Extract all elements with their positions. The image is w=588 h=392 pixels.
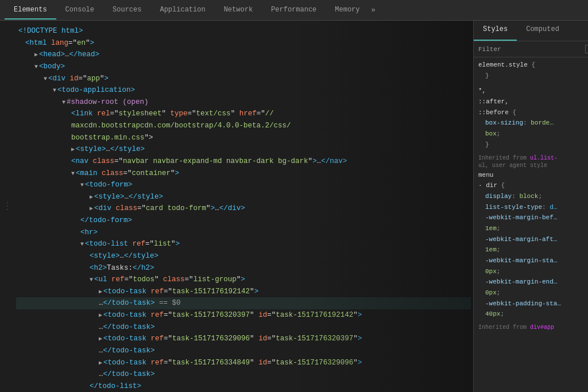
- line-todo-list: ▼<todo-list ref="list">: [16, 238, 471, 250]
- filter-label: Filter: [478, 46, 501, 53]
- line-task2: ▶<todo-task ref="task-1517176320397" id=…: [16, 309, 471, 321]
- tab-sources[interactable]: Sources: [103, 1, 150, 20]
- tab-network[interactable]: Network: [215, 1, 262, 20]
- line-nav: <nav class="navbar navbar-expand-md navb…: [16, 156, 471, 168]
- line-task1-close: …</todo-task> == $0: [16, 297, 471, 309]
- line-task3-close: …</todo-task>: [16, 345, 471, 357]
- line-html: <html lang="en">: [16, 37, 471, 49]
- line-div-card: ▶<div class="card todo-form">…</div>: [16, 203, 471, 215]
- style-1em-2: 1em;: [478, 244, 583, 255]
- style-selector-dir: · dir {: [478, 180, 583, 191]
- line-style2: ▶<style>…</style>: [16, 191, 471, 203]
- line-style1: ▶<style>…</style>: [16, 143, 471, 156]
- tab-memory[interactable]: Memory: [326, 1, 369, 20]
- line-todo-form: ▼<todo-form>: [16, 179, 471, 191]
- line-shadow-root: ▼#shadow-root (open): [16, 96, 471, 108]
- inherited-label-ul: Inherited from ul.list-: [478, 155, 583, 161]
- filter-bar: Filter :hov .cls: [474, 41, 588, 57]
- line-link3: bootstrap.min.css">: [16, 132, 471, 144]
- style-40px: 40px;: [478, 309, 583, 320]
- styles-content: element.style { } *, ::after, ::before {…: [474, 57, 588, 392]
- hov-button[interactable]: :hov: [585, 45, 588, 53]
- line-task4: ▶<todo-task ref="task-1517176334849" id=…: [16, 357, 471, 369]
- line-task3: ▶<todo-task ref="task-1517176329096" id=…: [16, 333, 471, 345]
- side-dots: ···: [4, 201, 10, 211]
- html-panel[interactable]: <!DOCTYPE html> <html lang="en"> ▶<head>…: [14, 21, 473, 392]
- style-star-close: }: [478, 139, 583, 150]
- line-h2: <h2>Tasks:</h2>: [16, 262, 471, 274]
- line-style3: <style>…</style>: [16, 250, 471, 262]
- style-webkit-margin-aft: -webkit-margin-aft…: [478, 234, 583, 245]
- line-head: ▶<head>…</head>: [16, 49, 471, 61]
- style-brace-close: }: [478, 71, 583, 81]
- style-block-element: element.style { }: [478, 60, 583, 81]
- line-ul: ▼<ul ref="todos" class="list-group">: [16, 274, 471, 286]
- line-todo-form-close: </todo-form>: [16, 215, 471, 227]
- line-todo-list-close: </todo-list>: [16, 381, 471, 392]
- style-display: display: block;: [478, 191, 583, 202]
- line-hr: <hr>: [16, 227, 471, 239]
- style-0px-2: 0px;: [478, 288, 583, 298]
- style-block-star: *, ::after, ::before { box-sizing: borde…: [478, 86, 583, 150]
- style-0px-1: 0px;: [478, 266, 583, 277]
- line-main: ▼<main class="container">: [16, 168, 471, 180]
- tab-console[interactable]: Console: [56, 1, 103, 20]
- line-todo-app: ▼<todo-application>: [16, 84, 471, 96]
- line-task4-close: …</todo-task>: [16, 368, 471, 381]
- main-content: ··· <!DOCTYPE html> <html lang="en"> ▶<h…: [0, 21, 588, 392]
- style-1em-1: 1em;: [478, 223, 583, 234]
- style-selector-menu: menu: [478, 170, 583, 181]
- styles-tabs: Styles Computed: [474, 21, 588, 41]
- tab-elements[interactable]: Elements: [5, 1, 56, 20]
- style-webkit-margin-bef: -webkit-margin-bef…: [478, 212, 583, 223]
- line-task1: ▶<todo-task ref="task-1517176192142">: [16, 286, 471, 298]
- inherited-label-div-app: Inherited from div#app: [478, 324, 583, 331]
- tab-more[interactable]: »: [369, 2, 378, 19]
- style-webkit-margin-end: -webkit-margin-end…: [478, 277, 583, 288]
- user-agent-label: ul, user agent style: [478, 162, 583, 169]
- tab-application[interactable]: Application: [150, 1, 214, 20]
- devtools-container: Elements Console Sources Application Net…: [0, 0, 588, 392]
- style-webkit-padding-sta: -webkit-padding-sta…: [478, 298, 583, 309]
- left-gutter: ···: [0, 21, 14, 392]
- style-box-value: box;: [478, 129, 583, 139]
- style-block-inherited-ul: Inherited from ul.list- ul, user agent s…: [478, 155, 583, 320]
- line-link2: maxcdn.bootstrapcdn.com/bootstrap/4.0.0-…: [16, 120, 471, 132]
- line-doctype: <!DOCTYPE html>: [16, 25, 471, 37]
- line-div-app: ▼<div id="app">: [16, 73, 471, 85]
- style-list-style-type: list-style-type: d…: [478, 202, 583, 213]
- line-body: ▼<body>: [16, 61, 471, 73]
- line-link1: <link rel="stylesheet" type="text/css" h…: [16, 108, 471, 120]
- style-selector-element: element.style {: [478, 60, 583, 71]
- styles-panel: Styles Computed Filter :hov .cls element…: [473, 21, 588, 392]
- style-selector-star: *, ::after, ::before {: [478, 86, 583, 118]
- style-box-sizing: box-sizing: borde…: [478, 118, 583, 129]
- line-task2-close: …</todo-task>: [16, 321, 471, 333]
- tab-bar: Elements Console Sources Application Net…: [0, 0, 588, 21]
- filter-input[interactable]: [504, 46, 583, 53]
- tab-computed[interactable]: Computed: [517, 21, 568, 41]
- tab-styles[interactable]: Styles: [474, 21, 517, 41]
- style-webkit-margin-sta: -webkit-margin-sta…: [478, 255, 583, 266]
- tab-performance[interactable]: Performance: [262, 1, 326, 20]
